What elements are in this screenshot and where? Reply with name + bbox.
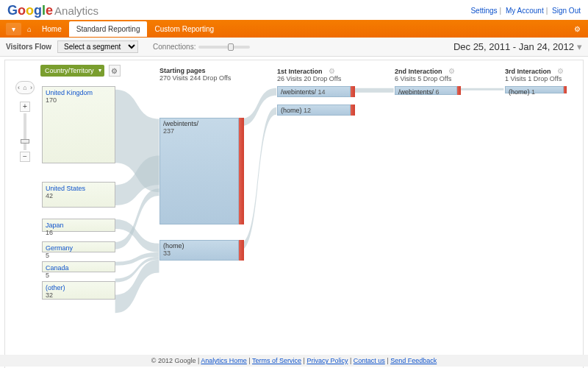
my-account-link[interactable]: My Account [506, 7, 544, 15]
col-i3-title: 3rd Interaction [505, 68, 551, 75]
main-nav: ▾ ⌂ Home Standard Reporting Custom Repor… [0, 20, 588, 38]
country-node-uk[interactable]: United Kingdom170 [42, 86, 115, 163]
country-node-germany[interactable]: Germany5 [42, 241, 115, 252]
pan-zoom-controls: ‹⌂› + − [15, 81, 35, 162]
dimension-select[interactable]: Country/Territory [40, 65, 104, 77]
footer-link-tos[interactable]: Terms of Service [252, 357, 301, 364]
country-node-other[interactable]: (other)32 [42, 281, 115, 300]
sign-out-link[interactable]: Sign Out [552, 7, 581, 15]
footer-link-feedback[interactable]: Send Feedback [390, 357, 437, 364]
i1-dropoff-b [351, 105, 355, 116]
gear-icon[interactable]: ⚙ [574, 25, 581, 33]
footer-link-home[interactable]: Analytics Home [201, 357, 247, 364]
country-node-us[interactable]: United States42 [42, 182, 115, 208]
tab-home[interactable]: Home [35, 21, 69, 37]
connections-slider[interactable] [198, 46, 250, 49]
col-i2-sub: 6 Visits 5 Drop Offs [395, 75, 451, 82]
col-starting-title: Starting pages [159, 67, 206, 74]
home-icon: ⌂ [27, 25, 32, 33]
page-node-webintents[interactable]: /webintents/237 [159, 118, 239, 224]
tab-custom-reporting[interactable]: Custom Reporting [147, 21, 221, 37]
i1-node-webintents[interactable]: /webintents/ 14 [277, 86, 351, 97]
footer-link-privacy[interactable]: Privacy Policy [306, 357, 348, 364]
page-node-home[interactable]: (home)33 [159, 240, 239, 261]
col-i2-title: 2nd Interaction [395, 68, 442, 75]
country-node-canada[interactable]: Canada5 [42, 261, 115, 272]
i1-node-home[interactable]: (home) 12 [277, 105, 351, 116]
i2-dropoff [457, 86, 461, 95]
segment-select[interactable]: Select a segment [57, 40, 138, 53]
config-button[interactable]: ⚙ [109, 65, 121, 77]
pan-control[interactable]: ‹⌂› [15, 81, 35, 94]
top-links: Settings| My Account| Sign Out [470, 7, 581, 15]
i3-node-home[interactable]: (home) 1 [505, 86, 564, 93]
col-i3-sub: 1 Visits 1 Drop Offs [505, 75, 562, 82]
zoom-in-button[interactable]: + [20, 102, 30, 112]
dropoff-home [239, 240, 244, 261]
zoom-out-button[interactable]: − [20, 152, 30, 162]
settings-link[interactable]: Settings [470, 7, 497, 15]
col-i3-gear-icon[interactable]: ⚙ [557, 67, 564, 75]
google-analytics-logo: GoogleAnalytics [7, 3, 98, 18]
footer-link-contact[interactable]: Contact us [354, 357, 385, 364]
dropoff-webintents [239, 118, 244, 224]
i3-dropoff [564, 86, 567, 93]
col-i1-title: 1st Interaction [277, 68, 323, 75]
zoom-slider[interactable] [24, 113, 26, 150]
account-picker[interactable]: ▾ [6, 23, 21, 35]
date-range-picker[interactable]: Dec 25, 2011 - Jan 24, 2012▾ [453, 41, 582, 52]
col-i1-sub: 26 Visits 20 Drop Offs [277, 75, 341, 82]
flow-canvas: Country/Territory ⚙ ‹⌂› + − Starting pag… [4, 60, 584, 368]
country-node-japan[interactable]: Japan16 [42, 219, 115, 232]
col-i1-gear-icon[interactable]: ⚙ [329, 67, 335, 75]
connections-label: Connections: [153, 43, 196, 51]
page-title: Visitors Flow [6, 43, 51, 51]
tab-standard-reporting[interactable]: Standard Reporting [69, 21, 148, 37]
footer: © 2012 Google | Analytics Home | Terms o… [0, 355, 588, 367]
i1-dropoff-a [351, 86, 355, 97]
col-i2-gear-icon[interactable]: ⚙ [448, 67, 455, 75]
col-starting-sub: 270 Visits 244 Drop Offs [159, 74, 231, 82]
i2-node-webintents[interactable]: /webintents/ 6 [395, 86, 457, 95]
